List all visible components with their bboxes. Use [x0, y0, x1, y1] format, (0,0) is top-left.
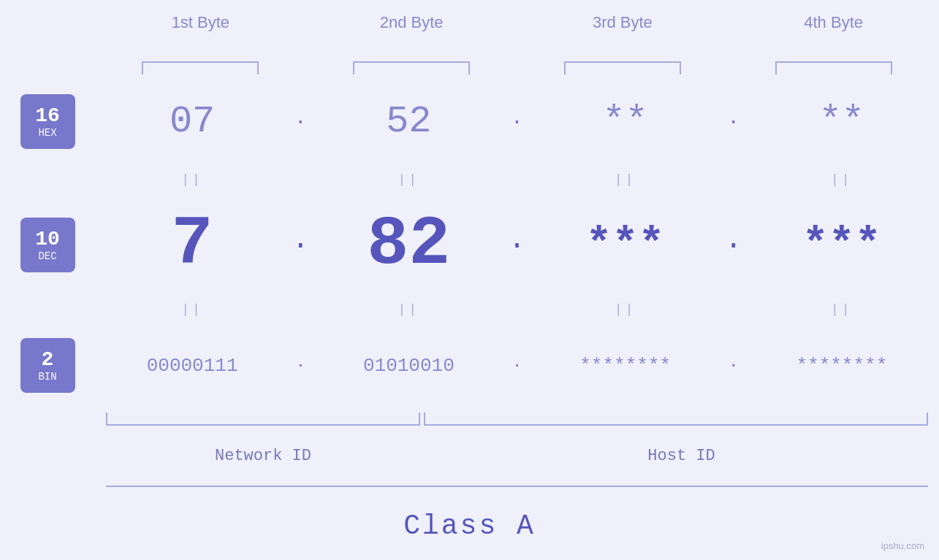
byte1-header: 1st Byte — [95, 13, 306, 32]
class-row: Class A — [0, 504, 939, 548]
class-line-row — [0, 481, 939, 492]
bracket-b1 — [95, 61, 306, 74]
bracket-b2 — [306, 61, 517, 74]
main-layout: 1st Byte 2nd Byte 3rd Byte 4th Byte — [0, 0, 939, 560]
host-id-label: Host ID — [424, 447, 939, 465]
dec-row: 10 DEC 7 . 82 . *** . *** — [0, 204, 939, 285]
dec-b4: *** — [745, 220, 939, 269]
bin-b4: ******** — [745, 355, 939, 377]
bin-b1: 00000111 — [95, 355, 289, 377]
byte4-header: 4th Byte — [728, 13, 939, 32]
dec-b3: *** — [528, 220, 723, 269]
class-label: Class A — [403, 510, 536, 542]
equals-row-2: || || || || — [0, 297, 939, 323]
hex-row: 16 HEX 07 . 52 . ** . ** — [0, 89, 939, 155]
bin-label: 2 BIN — [20, 338, 75, 393]
hex-b1: 07 — [95, 100, 289, 143]
hex-b3: ** — [528, 100, 723, 143]
bin-b2: 01010010 — [311, 355, 506, 377]
network-id-label: Network ID — [106, 447, 420, 465]
bottom-brackets-row — [0, 409, 939, 431]
watermark: ipshu.com — [881, 540, 924, 551]
dec-b1: 7 — [95, 205, 289, 284]
bin-b3: ******** — [528, 355, 723, 377]
bracket-b4 — [728, 61, 939, 74]
top-brackets-row — [0, 58, 939, 77]
byte3-header: 3rd Byte — [517, 13, 729, 32]
equals-row-1: || || || || — [0, 166, 939, 192]
bracket-b3 — [517, 61, 729, 74]
dec-b2: 82 — [311, 205, 506, 284]
hex-b4: ** — [745, 100, 939, 143]
hex-b2: 52 — [311, 100, 506, 143]
hex-label: 16 HEX — [20, 94, 75, 149]
bin-row: 2 BIN 00000111 . 01010010 . ******** . — [0, 334, 939, 396]
dec-label: 10 DEC — [20, 218, 75, 272]
header-row: 1st Byte 2nd Byte 3rd Byte 4th Byte — [0, 0, 939, 58]
id-labels-row: Network ID Host ID — [0, 443, 939, 469]
byte2-header: 2nd Byte — [306, 13, 517, 32]
